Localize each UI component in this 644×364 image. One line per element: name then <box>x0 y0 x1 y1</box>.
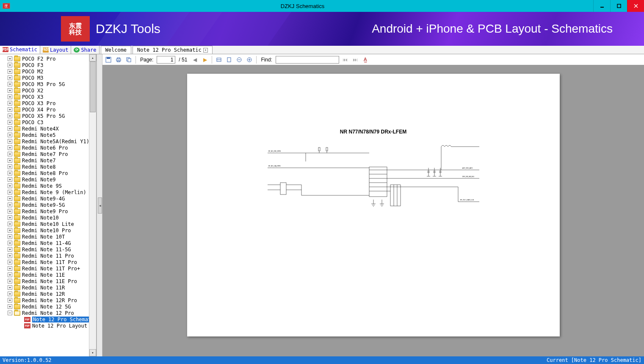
tree-folder[interactable]: +Redmi Note4X <box>0 125 96 132</box>
tab-share[interactable]: ⟳ Share <box>71 46 99 54</box>
collapse-icon[interactable]: − <box>8 311 12 315</box>
expand-icon[interactable]: + <box>8 94 12 99</box>
expand-icon[interactable]: + <box>8 196 12 201</box>
tree-folder[interactable]: +Redmi Note9-4G <box>0 195 96 202</box>
expand-icon[interactable]: + <box>8 82 12 86</box>
expand-icon[interactable]: + <box>8 285 12 290</box>
tree-folder[interactable]: +POCO X5 Pro 5G <box>0 113 96 119</box>
expand-icon[interactable]: + <box>8 298 12 303</box>
zoom-in-button[interactable] <box>245 56 254 64</box>
tree-folder[interactable]: +POCO C3 <box>0 119 96 125</box>
find-prev-button[interactable]: ⏮ <box>341 56 349 64</box>
expand-icon[interactable]: + <box>8 120 12 125</box>
tab-layout[interactable]: PADS Layout <box>40 46 71 54</box>
splitter[interactable] <box>97 54 102 356</box>
tree-folder[interactable]: +POCO M3 Pro 5G <box>0 81 96 87</box>
expand-icon[interactable]: + <box>8 292 12 296</box>
expand-icon[interactable]: + <box>8 88 12 93</box>
find-next-button[interactable]: ⏭ <box>351 56 359 64</box>
zoom-out-button[interactable] <box>235 56 243 64</box>
pdf-viewer[interactable]: NR N77/N78/N79 DRx-LFEM RF_NR_DRX_RFFERF… <box>102 65 644 356</box>
tree-folder[interactable]: +POCO M2 <box>0 68 96 75</box>
fit-page-button[interactable] <box>225 56 233 64</box>
tree-folder[interactable]: +Redmi Note9 Pro <box>0 208 96 214</box>
save-button[interactable] <box>104 56 113 64</box>
doc-tab-welcome[interactable]: Welcome <box>101 46 132 54</box>
expand-icon[interactable]: + <box>8 171 12 175</box>
expand-icon[interactable]: + <box>8 203 12 207</box>
expand-icon[interactable]: + <box>8 63 12 67</box>
expand-icon[interactable]: + <box>8 69 12 74</box>
sidebar-scrollbar[interactable]: ▴ ▾ <box>89 54 96 356</box>
tree-folder[interactable]: +Redmi Note10 Pro <box>0 227 96 233</box>
tree-folder[interactable]: +Redmi Note 12 5G <box>0 303 96 310</box>
tree-folder[interactable]: +Redmi Note6 Pro <box>0 144 96 151</box>
expand-icon[interactable]: + <box>8 209 12 214</box>
tree-folder[interactable]: +Redmi Note 11-5G <box>0 246 96 253</box>
expand-icon[interactable]: + <box>8 158 12 163</box>
tree-folder[interactable]: +Redmi Note7 Pro <box>0 151 96 157</box>
tree-folder[interactable]: +Redmi Note 12R Pro <box>0 297 96 303</box>
tree-folder[interactable]: +Redmi Note9 <box>0 176 96 183</box>
tree-folder[interactable]: +Redmi Note5A(Redmi Y1) <box>0 138 96 144</box>
expand-icon[interactable]: + <box>8 56 12 61</box>
expand-icon[interactable]: + <box>8 101 12 106</box>
tree-folder[interactable]: +Redmi Note8 <box>0 164 96 170</box>
tree-folder[interactable]: +POCO X2 <box>0 87 96 94</box>
tree-folder[interactable]: +Redmi Note 11R <box>0 284 96 291</box>
tree-folder[interactable]: +Redmi Note 11E Pro <box>0 278 96 284</box>
expand-icon[interactable]: + <box>8 266 12 271</box>
expand-icon[interactable]: + <box>8 260 12 264</box>
tree-folder[interactable]: +Redmi Note 11T Pro <box>0 259 96 265</box>
text-tool-button[interactable]: A̲ <box>361 56 370 64</box>
page-input[interactable] <box>157 56 175 64</box>
tree-folder[interactable]: +Redmi Note 9S <box>0 183 96 189</box>
tree-file[interactable]: PDFNote 12 Pro Layout <box>0 322 96 329</box>
tree-folder[interactable]: +POCO X3 <box>0 94 96 100</box>
expand-icon[interactable]: + <box>8 234 12 239</box>
expand-icon[interactable]: + <box>8 241 12 245</box>
tab-schematic[interactable]: PDF Schematic <box>0 46 40 54</box>
copy-button[interactable] <box>124 56 133 64</box>
tree-folder[interactable]: +POCO X4 Pro <box>0 106 96 113</box>
tree-folder[interactable]: +Redmi Note10 Lite <box>0 221 96 227</box>
tree-folder[interactable]: +Redmi Note 12R <box>0 291 96 297</box>
scroll-up-button[interactable]: ▴ <box>89 54 96 61</box>
close-button[interactable] <box>627 0 644 12</box>
expand-icon[interactable]: + <box>8 228 12 233</box>
prev-page-button[interactable]: ◀ <box>191 56 199 64</box>
expand-icon[interactable]: + <box>8 272 12 277</box>
tree-folder[interactable]: +Redmi Note9-5G <box>0 202 96 208</box>
tree-folder[interactable]: +Redmi Note 10T <box>0 233 96 240</box>
tree-folder[interactable]: +Redmi Note7 <box>0 157 96 164</box>
tree-folder[interactable]: +Redmi Note5 <box>0 132 96 138</box>
expand-icon[interactable]: + <box>8 133 12 137</box>
tree-folder[interactable]: +Redmi Note 11-4G <box>0 240 96 246</box>
expand-icon[interactable]: + <box>8 177 12 182</box>
expand-icon[interactable]: + <box>8 114 12 118</box>
tree-file[interactable]: PDFNote 12 Pro Schematic <box>0 316 96 322</box>
expand-icon[interactable]: + <box>8 145 12 150</box>
expand-icon[interactable]: + <box>8 215 12 220</box>
tree-folder[interactable]: +Redmi Note10 <box>0 214 96 221</box>
expand-icon[interactable]: + <box>8 183 12 188</box>
close-icon[interactable]: × <box>203 48 208 53</box>
expand-icon[interactable]: + <box>8 126 12 131</box>
maximize-button[interactable] <box>610 0 627 12</box>
expand-icon[interactable]: + <box>8 164 12 169</box>
tree-folder[interactable]: +POCO X3 Pro <box>0 100 96 106</box>
expand-icon[interactable]: + <box>8 279 12 283</box>
fit-width-button[interactable] <box>215 56 223 64</box>
scroll-thumb[interactable] <box>90 61 96 112</box>
tree-folder[interactable]: +POCO F3 <box>0 62 96 68</box>
expand-icon[interactable]: + <box>8 304 12 309</box>
scroll-down-button[interactable]: ▾ <box>89 349 96 356</box>
tree-folder[interactable]: +POCO F2 Pro <box>0 56 96 62</box>
expand-icon[interactable]: + <box>8 190 12 195</box>
minimize-button[interactable] <box>593 0 610 12</box>
tree-folder[interactable]: +Redmi Note 9 (Merlin) <box>0 189 96 195</box>
tree-folder[interactable]: +POCO M3 <box>0 75 96 81</box>
tree-folder[interactable]: +Redmi Note 11T Pro+ <box>0 265 96 272</box>
tree-folder[interactable]: +Redmi Note 11 Pro <box>0 253 96 259</box>
expand-icon[interactable]: + <box>8 139 12 144</box>
